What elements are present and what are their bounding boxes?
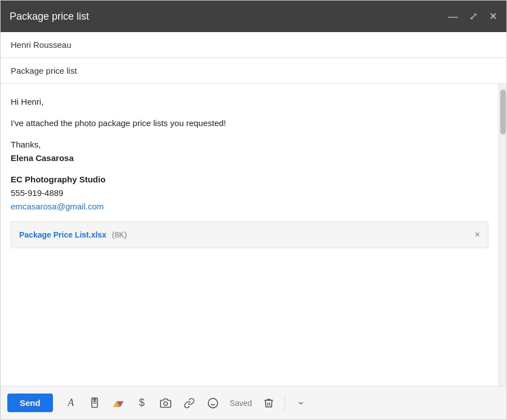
attachment-info: Package Price List.xlsx (8K) [19,229,127,241]
email-link[interactable]: emcasarosa@gmail.com [11,202,104,211]
to-value: Henri Rousseau [11,40,72,50]
phone-number: 555-919-4889 [11,188,63,198]
money-symbol: $ [139,397,145,409]
greeting: Hi Henri, [11,95,488,109]
attachment-name[interactable]: Package Price List.xlsx [19,230,106,239]
title-bar: Package price list — ⤢ ✕ [1,1,506,32]
link-icon[interactable] [179,393,199,413]
closing-text: Thanks, [11,140,41,149]
compose-window: Package price list — ⤢ ✕ Henri Rousseau … [0,0,507,420]
format-text-icon[interactable]: A [61,393,81,413]
contact-info: EC Photography Studio 555-919-4889 emcas… [11,173,488,213]
send-button[interactable]: Send [7,394,53,412]
more-options-button[interactable] [291,393,311,413]
to-field[interactable]: Henri Rousseau [1,32,506,58]
trash-icon[interactable] [259,393,279,413]
closing-line: Thanks, Elena Casarosa [11,138,488,165]
format-text-label: A [68,397,74,409]
maximize-button[interactable]: ⤢ [469,10,478,23]
window-controls: — ⤢ ✕ [448,10,497,23]
camera-icon[interactable] [155,393,176,413]
scrollbar-thumb [500,90,506,135]
emoji-icon[interactable] [203,393,223,413]
minimize-button[interactable]: — [448,11,458,23]
body-content[interactable]: Hi Henri, I've attached the photo packag… [1,84,499,386]
attach-icon[interactable] [84,393,105,413]
window-title: Package price list [10,11,89,23]
subject-field[interactable]: Package price list [1,58,506,84]
saved-label: Saved [230,399,252,408]
attachment-size: (8K) [112,230,127,239]
toolbar-divider [284,395,285,411]
attachment-row: Package Price List.xlsx (8K) × [11,221,488,248]
close-button[interactable]: ✕ [489,10,497,23]
body-area: Hi Henri, I've attached the photo packag… [1,84,506,386]
drive-icon[interactable] [108,393,128,413]
scrollbar[interactable] [499,84,506,386]
subject-value: Package price list [11,66,77,75]
sender-name: Elena Casarosa [11,153,74,163]
paragraph1: I've attached the photo package price li… [11,117,488,130]
toolbar: Send A $ [1,386,506,419]
svg-point-9 [163,401,167,405]
attachment-close-button[interactable]: × [475,227,480,242]
money-icon[interactable]: $ [132,393,152,413]
company-name: EC Photography Studio [11,175,105,184]
svg-point-10 [208,398,217,408]
